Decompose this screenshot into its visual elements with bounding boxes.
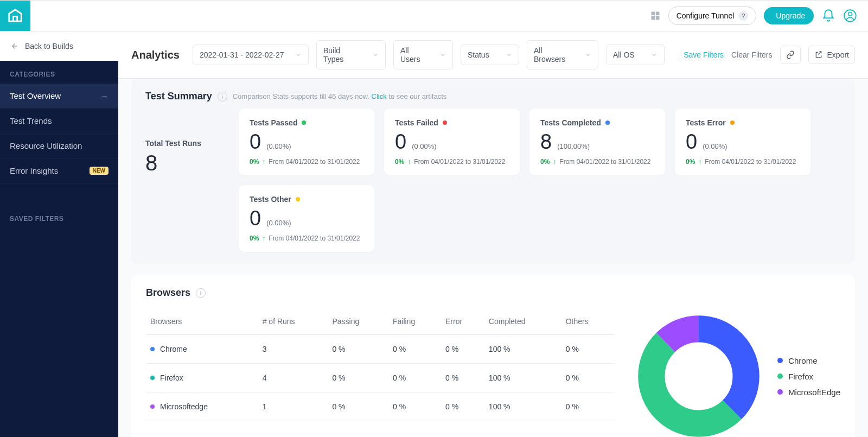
legend-dot-icon xyxy=(777,389,783,395)
failing-cell: 0 % xyxy=(388,364,441,392)
svg-point-6 xyxy=(848,12,852,16)
legend-item[interactable]: Chrome xyxy=(777,356,840,365)
os-select[interactable]: All OS xyxy=(606,45,665,65)
card-percentage: (0.00%) xyxy=(266,219,291,227)
status-dot-icon xyxy=(730,121,735,125)
clear-filters-button[interactable]: Clear Filters xyxy=(731,50,772,59)
chevron-down-icon xyxy=(506,52,512,58)
link-icon xyxy=(786,50,795,59)
test-summary-title: Test Summary xyxy=(145,91,212,102)
user-avatar-icon[interactable] xyxy=(843,9,857,23)
summary-card: Tests Error0(0.00%)0%↑From 04/01/2022 to… xyxy=(675,109,810,175)
chart-legend: ChromeFirefoxMicrosoftEdge xyxy=(777,356,840,397)
card-value: 8 xyxy=(540,130,552,154)
upgrade-button[interactable]: Upgrade xyxy=(764,7,814,24)
error-cell: 0 % xyxy=(441,335,484,364)
up-arrow-icon: ↑ xyxy=(698,158,701,166)
browser-dot-icon xyxy=(150,404,155,409)
card-value: 0 xyxy=(250,130,261,154)
card-compare-range: From 04/01/2022 to 31/01/2022 xyxy=(269,235,360,242)
legend-item[interactable]: Firefox xyxy=(777,372,840,381)
test-summary-panel: Test Summary i Comparison Stats supports… xyxy=(131,79,855,264)
hint-link[interactable]: Click xyxy=(372,92,387,100)
sidebar-item-label: Test Trends xyxy=(10,116,52,125)
export-button[interactable]: Export xyxy=(808,46,855,64)
card-compare-range: From 04/01/2022 to 31/01/2022 xyxy=(269,158,360,166)
chevron-down-icon xyxy=(585,52,591,58)
sidebar-item-label: Error Insights xyxy=(10,166,58,175)
card-delta: 0% xyxy=(250,158,259,166)
hint-text: Comparison Stats supports till 45 days n… xyxy=(233,92,447,100)
status-select[interactable]: Status xyxy=(461,45,519,65)
build-types-value: Build Types xyxy=(323,46,362,64)
table-header-cell: Completed xyxy=(484,308,561,335)
saved-filters-heading: SAVED FILTERS xyxy=(0,205,118,228)
card-delta: 0% xyxy=(686,158,695,166)
summary-cards: Tests Passed0(0.00%)0%↑From 04/01/2022 t… xyxy=(239,109,841,252)
users-value: All Users xyxy=(400,46,430,64)
summary-card: Tests Failed0(0.00%)0%↑From 04/01/2022 t… xyxy=(384,109,520,175)
copy-link-button[interactable] xyxy=(780,46,801,64)
os-value: All OS xyxy=(613,50,635,59)
legend-label: Firefox xyxy=(788,372,813,381)
status-dot-icon xyxy=(302,121,306,125)
status-dot-icon xyxy=(605,121,610,125)
users-select[interactable]: All Users xyxy=(393,40,453,69)
sidebar-item-test-overview[interactable]: Test Overview → xyxy=(0,84,118,109)
legend-label: MicrosoftEdge xyxy=(788,388,840,397)
card-percentage: (100.00%) xyxy=(557,142,590,150)
sidebar-item-error-insights[interactable]: Error Insights NEW xyxy=(0,159,118,183)
notifications-icon[interactable] xyxy=(821,9,835,23)
legend-item[interactable]: MicrosoftEdge xyxy=(777,388,840,397)
categories-heading: CATEGORIES xyxy=(0,61,118,84)
sidebar-item-test-trends[interactable]: Test Trends xyxy=(0,109,118,134)
logo[interactable] xyxy=(0,1,30,31)
save-filters-button[interactable]: Save Filters xyxy=(684,50,724,59)
others-cell: 0 % xyxy=(561,335,615,364)
total-runs-value: 8 xyxy=(145,151,227,175)
svg-rect-3 xyxy=(655,16,659,20)
table-header-cell: Others xyxy=(561,308,615,335)
table-row: Microsoftedge10 %0 %0 %100 %0 % xyxy=(146,392,615,421)
back-to-builds-link[interactable]: Back to Builds xyxy=(0,31,118,61)
legend-label: Chrome xyxy=(788,356,817,365)
runs-cell: 4 xyxy=(258,364,328,392)
chevron-down-icon xyxy=(439,52,446,58)
summary-card: Tests Other0(0.00%)0%↑From 04/01/2022 to… xyxy=(239,185,374,252)
help-icon: ? xyxy=(738,11,748,21)
status-dot-icon xyxy=(296,197,300,201)
upgrade-label: Upgrade xyxy=(776,11,805,20)
sidebar-dark: CATEGORIES Test Overview → Test Trends R… xyxy=(0,61,118,437)
failing-cell: 0 % xyxy=(388,392,441,421)
back-label: Back to Builds xyxy=(25,42,73,50)
topbar: Configure Tunnel ? Upgrade xyxy=(0,0,868,31)
card-percentage: (0.00%) xyxy=(412,142,437,150)
date-range-select[interactable]: 2022-01-31 - 2022-02-27 xyxy=(193,45,309,65)
browsers-table: Browsers# of RunsPassingFailingErrorComp… xyxy=(146,308,615,421)
summary-card: Tests Completed8(100.00%)0%↑From 04/01/2… xyxy=(529,109,665,175)
browser-name: Firefox xyxy=(160,373,183,382)
logo-icon xyxy=(7,8,23,24)
sidebar-item-label: Resource Utilization xyxy=(10,141,82,150)
table-row: Firefox40 %0 %0 %100 %0 % xyxy=(146,364,615,392)
date-range-value: 2022-01-31 - 2022-02-27 xyxy=(200,50,284,59)
card-label: Tests Failed xyxy=(395,118,438,127)
sidebar: Back to Builds CATEGORIES Test Overview … xyxy=(0,31,118,437)
table-header-row: Browsers# of RunsPassingFailingErrorComp… xyxy=(146,308,615,335)
card-delta: 0% xyxy=(395,158,404,166)
browsers-select[interactable]: All Browsers xyxy=(527,40,598,69)
others-cell: 0 % xyxy=(561,392,615,421)
hint-suffix: to see our artifacts xyxy=(387,92,447,100)
info-icon[interactable]: i xyxy=(196,288,206,298)
total-runs-label: Total Test Runs xyxy=(145,139,227,148)
passing-cell: 0 % xyxy=(328,392,388,421)
configure-tunnel-button[interactable]: Configure Tunnel ? xyxy=(668,7,757,25)
info-icon[interactable]: i xyxy=(218,92,227,102)
runs-cell: 3 xyxy=(258,335,328,364)
build-types-select[interactable]: Build Types xyxy=(316,40,386,69)
card-value: 0 xyxy=(395,130,406,154)
sidebar-item-resource-utilization[interactable]: Resource Utilization xyxy=(0,134,118,159)
browsers-panel: Browsers i Browsers# of RunsPassingFaili… xyxy=(131,275,855,437)
filter-bar: Analytics 2022-01-31 - 2022-02-27 Build … xyxy=(118,31,868,79)
apps-grid-icon[interactable] xyxy=(650,10,661,21)
